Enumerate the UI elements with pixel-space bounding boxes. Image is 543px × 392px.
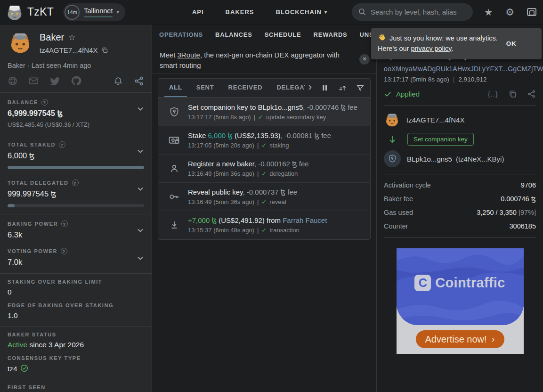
- copy-address-icon[interactable]: [101, 47, 108, 54]
- stake-amount-link[interactable]: 6,000 ꜩ: [208, 131, 233, 139]
- operation-row-transaction[interactable]: +7,000 ꜩ (US$2,491.92) from Farrah Fauce…: [158, 211, 370, 239]
- menu-api[interactable]: API: [192, 8, 204, 16]
- page-title: Baker: [40, 32, 64, 43]
- baking-power-label: BAKING POWER: [8, 221, 58, 227]
- filter-funnel-icon[interactable]: [356, 84, 365, 92]
- raw-json-icon[interactable]: {..}: [488, 90, 498, 98]
- toast-ok-button[interactable]: OK: [504, 37, 519, 50]
- github-icon[interactable]: [71, 75, 81, 86]
- total-staked-value: 6,000 ꜩ: [8, 151, 144, 160]
- wallet-icon[interactable]: [527, 8, 536, 16]
- promo-banner: Meet 3Route, the next-gen on-chain DEX a…: [152, 45, 376, 74]
- balance-usd: US$2,485.45 (US$0.36 / XTZ): [8, 121, 144, 128]
- help-icon[interactable]: ?: [72, 180, 79, 186]
- brand[interactable]: TzKT: [5, 2, 54, 22]
- delegated-expand-chevron-icon[interactable]: [137, 185, 144, 193]
- block-level-link[interactable]: 2,910,912: [458, 76, 486, 83]
- baker-sidebar: Baker ☆ tz4AGTE7...4fN4X Baker · Last se…: [0, 24, 152, 392]
- kv-gas-used: Gas used 3,250 / 3,350 [97%]: [384, 205, 536, 219]
- success-check-icon: ✓: [261, 142, 267, 149]
- operation-row-update-secondary-key[interactable]: Set companion key to BLpk1o...gns5, -0.0…: [158, 98, 370, 126]
- status-badge: Active: [8, 341, 27, 349]
- favorites-icon[interactable]: ★: [484, 7, 493, 18]
- twitter-icon[interactable]: [49, 75, 60, 86]
- sender-alias-link[interactable]: Farrah Faucet: [283, 216, 327, 224]
- email-icon[interactable]: [28, 75, 39, 86]
- detail-timestamp: 13:17:17 (5min 8s ago): [384, 76, 449, 83]
- baking-power-chevron-icon[interactable]: [137, 227, 144, 234]
- menu-bakers[interactable]: BAKERS: [226, 8, 254, 16]
- favorite-star-icon[interactable]: ☆: [68, 33, 75, 42]
- baker-status-section: BAKER STATUS Active since 3 Apr 2026: [0, 327, 152, 349]
- filter-tab-sent[interactable]: SENT: [192, 79, 219, 97]
- consensus-key-type-section: CONSENSUS KEY TYPE tz4: [0, 349, 152, 379]
- help-icon[interactable]: ?: [59, 141, 65, 148]
- network-age-ring: 14m: [65, 5, 80, 20]
- operation-row-stake[interactable]: Stake 6,000 ꜩ (US$2,135.93), -0.00081 ꜩ …: [158, 126, 370, 154]
- edge-of-baking-over-staking: EDGE OF BAKING OVER STAKING 1.0: [0, 296, 152, 326]
- network-selector[interactable]: 14m Tallinnnet ▾: [63, 3, 125, 21]
- tab-rewards[interactable]: REWARDS: [314, 31, 348, 38]
- balance-label: BALANCE: [8, 99, 38, 105]
- tab-schedule[interactable]: SCHEDULE: [265, 31, 301, 38]
- copy-hash-icon[interactable]: [508, 90, 517, 98]
- share-operation-icon[interactable]: [527, 90, 536, 98]
- operation-hash-link[interactable]: ooXMnyaMwADgRUk1AHwxJDLyYFXT...GgCMZjTW: [384, 65, 536, 73]
- shield-key-icon: [169, 106, 180, 118]
- ad-artwork: C Cointraffic: [397, 248, 524, 325]
- privacy-policy-link[interactable]: privacy policy: [411, 45, 451, 52]
- success-check-icon: ✓: [261, 170, 267, 177]
- success-check-icon: ✓: [261, 227, 267, 234]
- filter-tab-received[interactable]: RECEIVED: [224, 79, 267, 97]
- success-check-icon: ✓: [258, 114, 263, 121]
- blockchain-caret-icon: ▾: [324, 9, 327, 15]
- staking-over-baking-limit: STAKING OVER BAKING LIMIT 0: [0, 274, 152, 296]
- baking-power-section: BAKING POWER? 6.3k: [0, 214, 152, 239]
- voting-power-value: 7.0k: [8, 258, 144, 267]
- help-icon[interactable]: ?: [61, 220, 68, 227]
- share-icon[interactable]: [134, 76, 144, 86]
- main-menu: API BAKERS BLOCKCHAIN ▾: [192, 8, 327, 16]
- cointraffic-ad-banner[interactable]: C Cointraffic Advertise now! ›: [397, 248, 524, 354]
- pause-updates-icon[interactable]: [321, 84, 329, 92]
- menu-blockchain[interactable]: BLOCKCHAIN ▾: [276, 8, 327, 16]
- voting-power-chevron-icon[interactable]: [137, 254, 144, 262]
- person-icon: [169, 163, 180, 174]
- kv-activation-cycle: Activation cycle 9706: [384, 178, 536, 192]
- tab-operations[interactable]: OPERATIONS: [159, 31, 203, 38]
- help-icon[interactable]: ?: [41, 99, 48, 106]
- operation-kind-badge: Set companion key: [407, 133, 474, 146]
- voting-power-section: VOTING POWER? 7.0k: [0, 239, 152, 273]
- banner-3route-link[interactable]: 3Route: [178, 51, 200, 59]
- last-seen-meta: Baker · Last seen 4min ago: [8, 62, 144, 69]
- cointraffic-brand: Cointraffic: [435, 275, 505, 291]
- companion-key-link[interactable]: BLpk1o...gns5: [407, 155, 452, 163]
- banner-close-icon[interactable]: ✕: [359, 54, 370, 65]
- operation-row-reveal[interactable]: Reveal public key, -0.000737 ꜩ fee 13:16…: [158, 182, 370, 211]
- incoming-arrow-icon: [169, 220, 180, 231]
- applied-check-icon: [384, 90, 392, 98]
- network-sync-bar: [84, 16, 113, 17]
- website-globe-icon[interactable]: [8, 76, 18, 86]
- total-delegated-value: 999.997545 ꜩ: [8, 189, 144, 198]
- filter-tab-all[interactable]: ALL: [164, 79, 187, 97]
- filter-tab-delegations[interactable]: DELEGATIONS: [272, 79, 304, 97]
- brand-name: TzKT: [27, 6, 54, 18]
- baker-address[interactable]: tz4AGTE7...4fN4X: [40, 46, 97, 54]
- search-input[interactable]: [352, 3, 473, 21]
- waving-hand-icon: [378, 34, 386, 42]
- sender-address-link[interactable]: tz4AGTE7...4fN4X: [406, 116, 464, 124]
- balance-value: 6,999.997545 ꜩ: [8, 109, 144, 118]
- help-icon[interactable]: ?: [61, 248, 67, 254]
- companion-key-address[interactable]: (tz4NeX...KByi): [456, 155, 504, 163]
- baker-profile: Baker ☆ tz4AGTE7...4fN4X Baker · Last se…: [0, 24, 152, 92]
- balance-expand-chevron-icon[interactable]: [137, 105, 144, 113]
- settings-gear-icon[interactable]: ⚙: [505, 7, 514, 18]
- operation-row-register-baker[interactable]: Register a new baker, -0.000162 ꜩ fee 13…: [158, 154, 370, 182]
- advertise-now-button[interactable]: Advertise now! ›: [416, 330, 504, 348]
- total-delegated-label: TOTAL DELEGATED: [8, 180, 69, 186]
- notification-bell-icon[interactable]: [113, 76, 123, 86]
- staked-expand-chevron-icon[interactable]: [137, 147, 144, 155]
- tab-balances[interactable]: BALANCES: [215, 31, 252, 38]
- sort-icon[interactable]: [338, 83, 347, 93]
